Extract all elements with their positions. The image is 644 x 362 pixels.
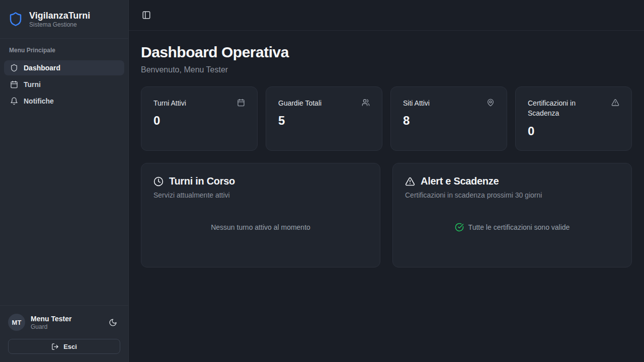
- main-area: Dashboard Operativa Benvenuto, Menu Test…: [129, 0, 644, 362]
- panel-subtitle: Servizi attualmente attivi: [153, 191, 368, 199]
- stat-label: Turni Attivi: [153, 98, 186, 108]
- app-subtitle: Sistema Gestione: [29, 21, 90, 28]
- dashboard-content: Dashboard Operativa Benvenuto, Menu Test…: [129, 31, 644, 362]
- stat-value: 0: [153, 114, 245, 128]
- clock-icon: [153, 176, 164, 187]
- user-row: MT Menu Tester Guard: [8, 314, 120, 331]
- panel-subtitle: Certificazioni in scadenza prossimi 30 g…: [405, 191, 619, 199]
- stats-grid: Turni Attivi 0 Guardie Totali 5: [141, 86, 632, 151]
- alert-triangle-icon: [405, 176, 415, 187]
- stat-value: 0: [528, 124, 619, 138]
- sidebar-footer: MT Menu Tester Guard Esci: [0, 305, 128, 362]
- topbar: [129, 0, 644, 31]
- bell-icon: [10, 97, 18, 105]
- logout-label: Esci: [63, 343, 77, 350]
- stat-card-certificazioni: Certificazioni in Scadenza 0: [515, 86, 632, 151]
- panel-empty-state: Nessun turno attivo al momento: [153, 199, 368, 255]
- panel-turni-in-corso: Turni in Corso Servizi attualmente attiv…: [141, 163, 380, 267]
- stat-label: Certificazioni in Scadenza: [528, 98, 606, 119]
- page-title: Dashboard Operativa: [141, 44, 632, 61]
- logout-icon: [51, 343, 59, 350]
- map-pin-icon: [487, 99, 495, 107]
- logout-button[interactable]: Esci: [8, 339, 120, 354]
- app-title: VigilanzaTurni: [29, 10, 90, 22]
- calendar-icon: [237, 99, 245, 107]
- stat-card-siti-attivi: Siti Attivi 8: [390, 86, 507, 151]
- panel-empty-state: Tutte le certificazioni sono valide: [405, 199, 619, 255]
- shield-logo-icon: [8, 12, 23, 27]
- user-info: Menu Tester Guard: [31, 314, 71, 330]
- sidebar: VigilanzaTurni Sistema Gestione Menu Pri…: [0, 0, 129, 362]
- stat-label: Siti Attivi: [403, 98, 430, 108]
- shield-icon: [10, 64, 18, 72]
- brand-header: VigilanzaTurni Sistema Gestione: [0, 0, 128, 39]
- sidebar-item-label: Dashboard: [24, 64, 60, 72]
- stat-label: Guardie Totali: [278, 98, 321, 108]
- sidebar-item-turni[interactable]: Turni: [4, 77, 124, 92]
- theme-toggle-button[interactable]: [106, 315, 120, 330]
- panel-left-icon: [142, 11, 151, 20]
- sidebar-item-notifiche[interactable]: Notifiche: [4, 94, 124, 109]
- calendar-icon: [10, 80, 18, 88]
- avatar: MT: [8, 314, 25, 331]
- panel-title: Turni in Corso: [169, 175, 235, 187]
- stat-card-guardie-totali: Guardie Totali 5: [266, 86, 382, 151]
- main-nav: Menu Principale Dashboard Turni Notifich…: [0, 39, 128, 114]
- panel-alert-scadenze: Alert e Scadenze Certificazioni in scade…: [392, 163, 632, 267]
- stat-value: 5: [278, 114, 370, 128]
- stat-value: 8: [403, 114, 495, 128]
- empty-state-text: Nessun turno attivo al momento: [211, 223, 310, 231]
- sidebar-item-label: Notifiche: [24, 97, 54, 105]
- empty-state-text: Tutte le certificazioni sono valide: [468, 223, 570, 231]
- users-icon: [362, 99, 370, 107]
- brand-text: VigilanzaTurni Sistema Gestione: [29, 10, 90, 29]
- stat-card-turni-attivi: Turni Attivi 0: [141, 86, 258, 151]
- moon-icon: [109, 318, 117, 327]
- page-subtitle: Benvenuto, Menu Tester: [141, 65, 632, 74]
- user-name: Menu Tester: [31, 314, 71, 323]
- sidebar-toggle-button[interactable]: [140, 9, 153, 22]
- circle-check-icon: [455, 223, 464, 232]
- user-role: Guard: [31, 323, 71, 330]
- alert-triangle-icon: [611, 99, 619, 107]
- nav-section-label: Menu Principale: [4, 45, 124, 59]
- sidebar-item-dashboard[interactable]: Dashboard: [4, 60, 124, 75]
- panel-title: Alert e Scadenze: [421, 175, 499, 187]
- sidebar-item-label: Turni: [24, 80, 41, 88]
- panels-grid: Turni in Corso Servizi attualmente attiv…: [141, 163, 632, 267]
